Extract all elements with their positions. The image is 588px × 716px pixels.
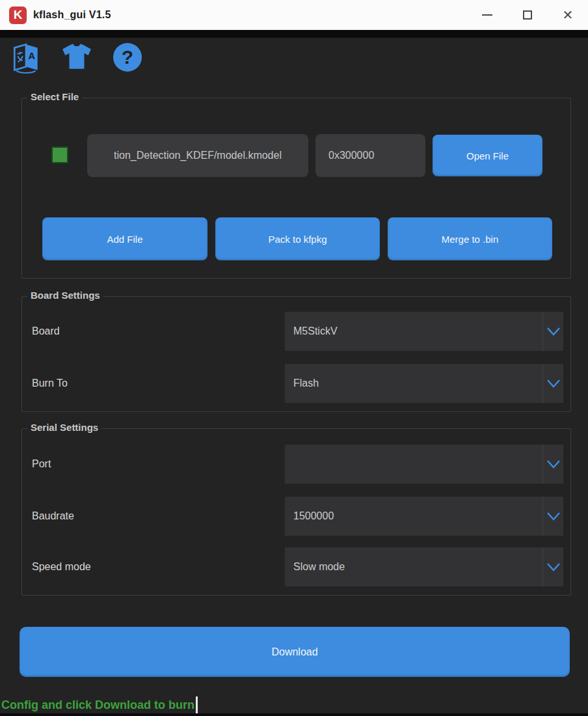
board-settings-group: Board Settings Board M5StickV Burn To Fl…: [21, 296, 571, 412]
burn-to-dropdown[interactable]: Flash: [285, 364, 563, 403]
download-button[interactable]: Download: [20, 627, 570, 677]
speed-mode-label: Speed mode: [32, 561, 91, 573]
serial-settings-group-label: Serial Settings: [27, 422, 101, 433]
pack-to-kfpkg-button[interactable]: Pack to kfpkg: [215, 217, 380, 260]
baudrate-dropdown-arrowzone: [542, 497, 563, 536]
kflash-gui-window: K kflash_gui V1.5 ✕ A ?: [0, 0, 588, 716]
file-path-field[interactable]: tion_Detection_KDEF/model.kmodel: [87, 134, 308, 177]
speed-mode-dropdown-value: Slow mode: [285, 561, 542, 573]
help-button[interactable]: ?: [111, 40, 144, 74]
app-logo-icon: K: [9, 7, 27, 24]
close-icon: ✕: [563, 8, 574, 21]
svg-text:?: ?: [122, 46, 133, 68]
add-file-button[interactable]: Add File: [42, 217, 207, 260]
close-button[interactable]: ✕: [548, 0, 588, 30]
port-label: Port: [32, 458, 51, 470]
file-path-value: tion_Detection_KDEF/model.kmodel: [114, 150, 282, 161]
burn-to-label: Burn To: [32, 378, 68, 389]
window-title: kflash_gui V1.5: [33, 9, 111, 21]
file-selected-checkbox[interactable]: [51, 146, 68, 163]
speed-mode-dropdown-arrowzone: [542, 547, 563, 586]
port-dropdown[interactable]: [285, 445, 563, 484]
speed-mode-dropdown[interactable]: Slow mode: [285, 547, 563, 586]
baudrate-dropdown-value: 1500000: [285, 510, 542, 522]
svg-text:A: A: [29, 51, 36, 61]
open-file-button[interactable]: Open File: [433, 135, 542, 176]
flash-address-field[interactable]: 0x300000: [315, 134, 425, 177]
chevron-down-icon: [546, 562, 561, 571]
chevron-down-icon: [546, 460, 561, 469]
select-file-group-label: Select File: [27, 91, 82, 102]
baudrate-dropdown[interactable]: 1500000: [285, 497, 563, 536]
language-button[interactable]: A: [9, 40, 43, 74]
chevron-down-icon: [546, 327, 561, 336]
burn-to-dropdown-value: Flash: [285, 378, 542, 389]
toolbar: A ?: [9, 39, 144, 76]
board-dropdown-arrowzone: [542, 312, 563, 351]
chevron-down-icon: [546, 379, 561, 388]
board-dropdown-value: M5StickV: [285, 325, 542, 337]
theme-button[interactable]: [60, 40, 94, 74]
board-dropdown[interactable]: M5StickV: [285, 312, 563, 351]
help-icon: ?: [112, 42, 143, 73]
window-border-strip-bottom: [0, 713, 588, 716]
minimize-icon: [482, 14, 492, 16]
titlebar: K kflash_gui V1.5 ✕: [0, 0, 588, 30]
board-settings-group-label: Board Settings: [27, 290, 103, 301]
flash-address-value: 0x300000: [328, 150, 374, 161]
baudrate-label: Baudrate: [32, 510, 74, 522]
chevron-down-icon: [546, 512, 561, 521]
port-dropdown-arrowzone: [542, 445, 563, 484]
burn-to-dropdown-arrowzone: [542, 364, 563, 403]
status-text: Config and click Download to burn: [1, 698, 194, 712]
language-translate-icon: A: [10, 41, 42, 74]
status-message: Config and click Download to burn: [1, 696, 198, 713]
maximize-icon: [523, 10, 532, 20]
window-border-strip: [0, 30, 588, 38]
maximize-button[interactable]: [507, 0, 548, 30]
merge-to-bin-button[interactable]: Merge to .bin: [388, 217, 552, 260]
board-label: Board: [32, 325, 60, 337]
theme-tshirt-icon: [60, 43, 93, 72]
text-cursor: [196, 696, 198, 713]
minimize-button[interactable]: [467, 0, 507, 30]
serial-settings-group: Serial Settings Port Baudrate 1500000 Sp…: [21, 428, 571, 596]
select-file-group: Select File tion_Detection_KDEF/model.km…: [21, 98, 571, 279]
